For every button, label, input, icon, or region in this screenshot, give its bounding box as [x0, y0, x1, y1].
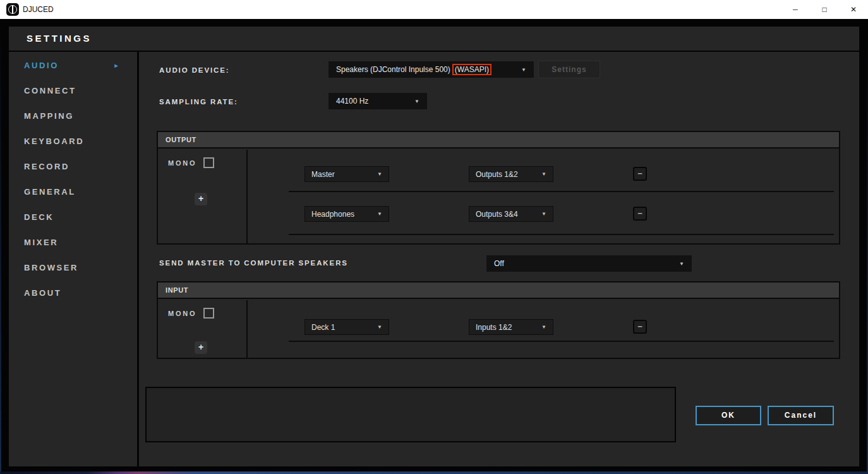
- sidebar-item-label: DECK: [24, 212, 54, 222]
- output-section-header: OUTPUT: [158, 132, 839, 149]
- window-edge-gradient: [0, 471, 868, 474]
- settings-sidebar: AUDIO ▸ CONNECT MAPPING KEYBOARD RECORD …: [9, 52, 137, 466]
- send-master-dropdown[interactable]: Off ▼: [486, 255, 692, 272]
- output-row2-source-dropdown[interactable]: Headphones ▼: [304, 206, 389, 222]
- chevron-down-icon: ▼: [377, 171, 382, 177]
- output-section: OUTPUT MONO + Master ▼ Outputs 1&2 ▼ − H…: [157, 131, 840, 245]
- output-row1-source-value: Master: [311, 170, 335, 179]
- input-row1-remove-button[interactable]: −: [633, 320, 647, 334]
- titlebar: DJUCED ─ □ ✕: [0, 0, 868, 19]
- chevron-down-icon: ▼: [541, 324, 546, 330]
- maximize-button[interactable]: □: [810, 0, 839, 19]
- sidebar-item-mapping[interactable]: MAPPING: [9, 104, 137, 129]
- settings-header: SETTINGS: [9, 27, 859, 51]
- input-section: INPUT MONO + Deck 1 ▼ Inputs 1&2 ▼ −: [157, 281, 840, 359]
- output-row2-source-value: Headphones: [311, 210, 354, 219]
- output-row1-source-dropdown[interactable]: Master ▼: [304, 166, 389, 182]
- chevron-down-icon: ▼: [377, 211, 382, 217]
- chevron-down-icon: ▼: [541, 171, 546, 177]
- sampling-rate-value: 44100 Hz: [336, 97, 368, 106]
- output-row2-destination-dropdown[interactable]: Outputs 3&4 ▼: [469, 206, 553, 222]
- djuced-window: DJUCED ─ □ ✕ SETTINGS AUDIO ▸ CONNECT MA…: [0, 0, 868, 474]
- input-left-column: MONO +: [158, 300, 248, 358]
- chevron-down-icon: ▼: [674, 261, 684, 267]
- chevron-down-icon: ▼: [377, 324, 382, 330]
- window-title: DJUCED: [23, 0, 54, 19]
- sidebar-item-general[interactable]: GENERAL: [9, 179, 137, 205]
- sidebar-item-connect[interactable]: CONNECT: [9, 78, 137, 104]
- window-edge-left: [0, 19, 1, 474]
- djuced-logo-icon: [6, 3, 19, 16]
- output-row1-destination-value: Outputs 1&2: [476, 170, 518, 179]
- input-row1-destination-dropdown[interactable]: Inputs 1&2 ▼: [469, 319, 553, 335]
- sampling-rate-label: SAMPLING RATE:: [159, 98, 238, 106]
- sidebar-item-record[interactable]: RECORD: [9, 154, 137, 179]
- sidebar-item-label: BROWSER: [24, 263, 78, 272]
- sidebar-item-label: GENERAL: [24, 187, 76, 197]
- send-master-label: SEND MASTER TO COMPUTER SPEAKERS: [159, 259, 348, 267]
- sidebar-item-label: ABOUT: [24, 288, 61, 298]
- minimize-icon: ─: [793, 6, 798, 13]
- close-icon: ✕: [850, 5, 857, 14]
- output-row2-remove-button[interactable]: −: [633, 207, 647, 221]
- send-master-value: Off: [494, 259, 504, 268]
- output-add-route-button[interactable]: +: [195, 193, 207, 205]
- status-message-box: [145, 387, 676, 442]
- cancel-button[interactable]: Cancel: [768, 406, 834, 425]
- input-mono-label: MONO: [168, 310, 196, 317]
- device-settings-button[interactable]: Settings: [538, 61, 600, 78]
- output-row1-remove-button[interactable]: −: [633, 167, 647, 181]
- sidebar-item-browser[interactable]: BROWSER: [9, 255, 137, 281]
- sidebar-item-label: AUDIO: [24, 61, 59, 70]
- sidebar-item-label: MAPPING: [24, 111, 74, 121]
- output-row1-destination-dropdown[interactable]: Outputs 1&2 ▼: [469, 166, 553, 182]
- chevron-down-icon: ▼: [541, 211, 546, 217]
- input-mono-checkbox[interactable]: [203, 308, 214, 319]
- input-row1-source-dropdown[interactable]: Deck 1 ▼: [304, 319, 389, 335]
- output-left-column: MONO +: [158, 150, 248, 243]
- output-mono-label: MONO: [168, 159, 196, 167]
- row-separator: [289, 341, 834, 342]
- sidebar-item-about[interactable]: ABOUT: [9, 281, 137, 306]
- output-mono-checkbox[interactable]: [203, 157, 214, 168]
- sidebar-item-label: KEYBOARD: [24, 137, 84, 146]
- sidebar-item-label: RECORD: [24, 162, 69, 171]
- output-row2-destination-value: Outputs 3&4: [476, 210, 518, 219]
- audio-device-dropdown[interactable]: Speakers (DJControl Inpulse 500) (WASAPI…: [329, 61, 534, 78]
- close-button[interactable]: ✕: [839, 0, 868, 19]
- sidebar-item-label: MIXER: [24, 238, 58, 247]
- row-separator: [289, 191, 834, 192]
- audio-settings-panel: AUDIO DEVICE: Speakers (DJControl Inpuls…: [139, 52, 859, 466]
- sidebar-item-mixer[interactable]: MIXER: [9, 230, 137, 255]
- chevron-down-icon: ▼: [409, 99, 419, 104]
- audio-device-wasapi-highlight: (WASAPI): [452, 64, 491, 75]
- row-separator: [289, 234, 834, 235]
- audio-device-value: Speakers (DJControl Inpulse 500): [336, 65, 450, 74]
- chevron-down-icon: ▼: [516, 67, 526, 73]
- input-section-header: INPUT: [158, 283, 839, 299]
- input-add-route-button[interactable]: +: [195, 341, 207, 354]
- ok-button[interactable]: OK: [696, 406, 761, 425]
- maximize-icon: □: [822, 5, 826, 14]
- sidebar-item-audio[interactable]: AUDIO ▸: [9, 53, 137, 78]
- audio-device-label: AUDIO DEVICE:: [159, 66, 230, 74]
- sidebar-item-deck[interactable]: DECK: [9, 205, 137, 230]
- minimize-button[interactable]: ─: [781, 0, 810, 19]
- sidebar-item-keyboard[interactable]: KEYBOARD: [9, 129, 137, 154]
- input-row1-source-value: Deck 1: [311, 323, 335, 332]
- input-row1-destination-value: Inputs 1&2: [476, 323, 512, 332]
- page-title: SETTINGS: [27, 27, 92, 51]
- active-item-arrow-icon: ▸: [114, 53, 119, 78]
- sidebar-item-label: CONNECT: [24, 86, 76, 95]
- sampling-rate-dropdown[interactable]: 44100 Hz ▼: [329, 93, 427, 109]
